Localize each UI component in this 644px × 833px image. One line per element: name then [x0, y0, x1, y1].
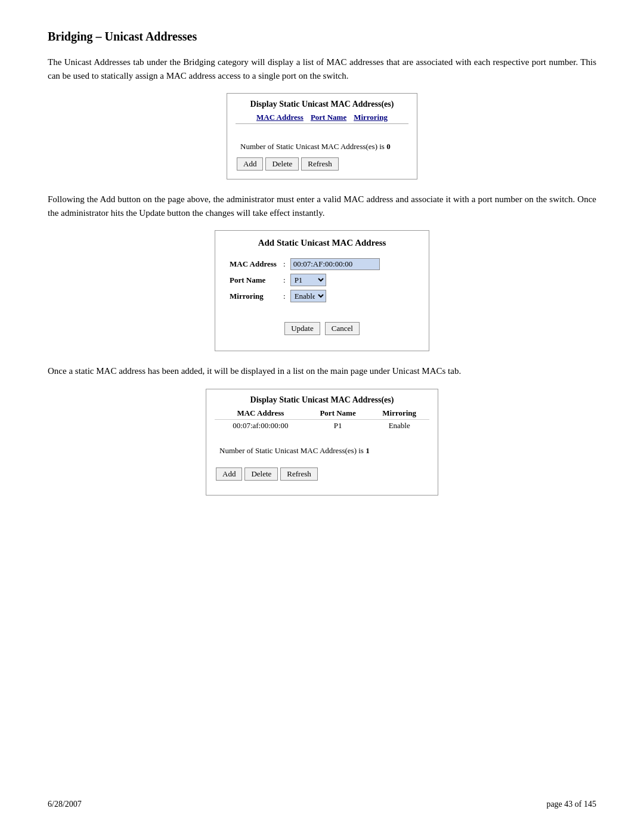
panel2-col-port: Port Name: [306, 407, 370, 420]
mac-address-colon: :: [281, 256, 288, 272]
intro-paragraph-2: Following the Add button on the page abo…: [48, 193, 596, 219]
panel1-tab-mac[interactable]: MAC Address: [253, 112, 307, 123]
panel1: Display Static Unicast MAC Address(es) M…: [227, 93, 417, 179]
panel2-mac-table: MAC Address Port Name Mirroring 00:07:af…: [215, 407, 429, 432]
port-name-label: Port Name: [227, 272, 281, 288]
add-btn-row: Update Cancel: [227, 322, 417, 335]
panel1-delete-button[interactable]: Delete: [265, 157, 299, 171]
panel1-tab-port[interactable]: Port Name: [307, 112, 350, 123]
page-title: Bridging – Unicast Addresses: [48, 30, 596, 44]
panel1-refresh-button[interactable]: Refresh: [301, 157, 338, 171]
panel2-row-mirror: Enable: [369, 419, 429, 432]
panel2-wrapper: Display Static Unicast MAC Address(es) M…: [48, 389, 596, 496]
add-panel: Add Static Unicast MAC Address MAC Addre…: [215, 230, 429, 351]
panel1-title: Display Static Unicast MAC Address(es): [236, 100, 408, 109]
update-button[interactable]: Update: [284, 322, 320, 335]
add-panel-title: Add Static Unicast MAC Address: [227, 238, 417, 248]
panel2-col-mac: MAC Address: [215, 407, 306, 420]
panel2-count: 1: [366, 446, 370, 455]
panel2-refresh-button[interactable]: Refresh: [280, 467, 317, 481]
mac-address-row: MAC Address :: [227, 256, 417, 272]
mirroring-label: Mirroring: [227, 288, 281, 304]
panel2-col-mirror: Mirroring: [369, 407, 429, 420]
panel1-add-button[interactable]: Add: [237, 157, 263, 171]
panel2-title: Display Static Unicast MAC Address(es): [215, 395, 429, 405]
panel2-row-mac: 00:07:af:00:00:00: [215, 419, 306, 432]
panel2-row-port: P1: [306, 419, 370, 432]
add-form-table: MAC Address : Port Name : P1 P2 P3 P4: [227, 256, 417, 304]
port-name-cell: P1 P2 P3 P4: [288, 272, 417, 288]
panel2-header-row: MAC Address Port Name Mirroring: [215, 407, 429, 420]
mirroring-row: Mirroring : Enable Disable: [227, 288, 417, 304]
mac-address-input[interactable]: [290, 258, 380, 270]
mirroring-colon: :: [281, 288, 288, 304]
panel1-tab-row: MAC Address Port Name Mirroring: [236, 112, 408, 124]
panel2-data-row: 00:07:af:00:00:00 P1 Enable: [215, 419, 429, 432]
page-footer: 6/28/2007 page 43 of 145: [48, 800, 596, 809]
panel1-btn-row: Add Delete Refresh: [237, 157, 408, 171]
mac-address-label: MAC Address: [227, 256, 281, 272]
panel1-info: Number of Static Unicast MAC Address(es)…: [240, 142, 408, 151]
panel2-add-button[interactable]: Add: [216, 467, 242, 481]
mirroring-select[interactable]: Enable Disable: [290, 290, 326, 302]
footer-date: 6/28/2007: [48, 800, 82, 809]
intro-paragraph-1: The Unicast Addresses tab under the Brid…: [48, 55, 596, 82]
add-panel-wrapper: Add Static Unicast MAC Address MAC Addre…: [48, 230, 596, 351]
intro-paragraph-3: Once a static MAC address has been added…: [48, 364, 596, 378]
port-name-row: Port Name : P1 P2 P3 P4: [227, 272, 417, 288]
mirroring-cell: Enable Disable: [288, 288, 417, 304]
panel2-delete-button[interactable]: Delete: [244, 467, 278, 481]
cancel-button[interactable]: Cancel: [325, 322, 360, 335]
panel2-info: Number of Static Unicast MAC Address(es)…: [219, 446, 429, 456]
panel1-count: 0: [386, 142, 391, 151]
port-name-select[interactable]: P1 P2 P3 P4: [290, 274, 326, 286]
panel1-wrapper: Display Static Unicast MAC Address(es) M…: [48, 93, 596, 179]
panel2: Display Static Unicast MAC Address(es) M…: [206, 389, 438, 496]
port-name-colon: :: [281, 272, 288, 288]
footer-page: page 43 of 145: [546, 800, 596, 809]
panel1-tab-mirror[interactable]: Mirroring: [350, 112, 391, 123]
panel2-btn-row: Add Delete Refresh: [216, 467, 429, 481]
mac-address-cell: [288, 256, 417, 272]
